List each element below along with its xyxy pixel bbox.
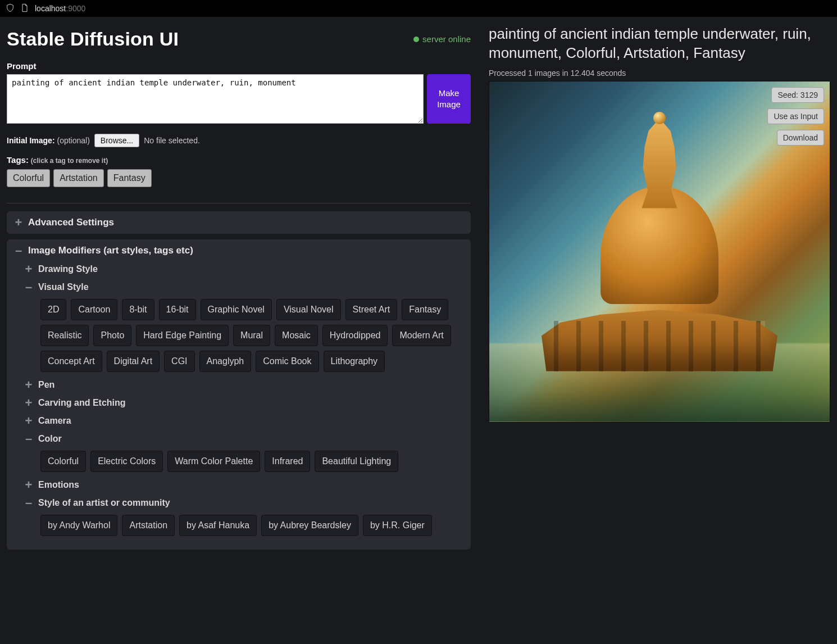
modifier-tag[interactable]: 16-bit — [159, 299, 196, 320]
minus-icon — [24, 498, 34, 508]
modifier-tag[interactable]: Lithography — [324, 351, 385, 372]
modifier-tag[interactable]: Hydrodipped — [322, 325, 388, 346]
modifier-tag[interactable]: by Asaf Hanuka — [179, 515, 257, 536]
modifier-category-toggle[interactable]: Camera — [24, 416, 464, 426]
download-button[interactable]: Download — [777, 130, 824, 146]
modifier-tag[interactable]: by H.R. Giger — [363, 515, 432, 536]
selected-tag[interactable]: Fantasy — [107, 169, 152, 187]
plus-icon — [24, 264, 34, 274]
modifier-tag[interactable]: Artstation — [122, 515, 175, 536]
plus-icon — [13, 217, 24, 228]
modifier-category-toggle[interactable]: Color — [24, 434, 464, 444]
plus-icon — [24, 480, 34, 490]
modifier-tag[interactable]: Infrared — [265, 451, 310, 472]
plus-icon — [24, 398, 34, 408]
modifier-tag[interactable]: Digital Art — [107, 351, 160, 372]
modifier-category-toggle[interactable]: Emotions — [24, 480, 464, 490]
tags-hint: (click a tag to remove it) — [31, 157, 108, 165]
modifier-tag[interactable]: Photo — [93, 325, 131, 346]
advanced-settings-toggle[interactable]: Advanced Settings — [13, 217, 464, 228]
image-modifiers-toggle[interactable]: Image Modifiers (art styles, tags etc) — [13, 245, 464, 256]
modifier-tag[interactable]: Colorful — [40, 451, 86, 472]
modifier-tag[interactable]: Cartoon — [71, 299, 117, 320]
modifier-tag[interactable]: Street Art — [345, 299, 398, 320]
modifier-category-title: Style of an artist or community — [38, 498, 170, 508]
modifier-category-title: Carving and Etching — [38, 398, 126, 408]
result-meta: Processed 1 images in 12.404 seconds — [489, 69, 830, 78]
advanced-settings-panel: Advanced Settings — [7, 211, 471, 234]
modifier-tag[interactable]: Mosaic — [275, 325, 318, 346]
modifier-category-title: Emotions — [38, 480, 79, 490]
selected-tag[interactable]: Colorful — [7, 169, 50, 187]
minus-icon — [13, 246, 24, 256]
modifier-tag[interactable]: Modern Art — [392, 325, 451, 346]
initial-image-label: Initial Image: (optional) — [7, 136, 90, 145]
plus-icon — [24, 380, 34, 390]
browse-button[interactable]: Browse... — [94, 134, 139, 147]
make-image-button[interactable]: Make Image — [427, 74, 471, 124]
modifier-tag[interactable]: Electric Colors — [90, 451, 163, 472]
minus-icon — [24, 434, 34, 444]
shield-icon — [6, 3, 15, 14]
modifier-tag[interactable]: Visual Novel — [276, 299, 341, 320]
server-status: server online — [413, 34, 471, 44]
prompt-input[interactable]: painting of ancient indian temple underw… — [7, 74, 424, 124]
modifier-tag[interactable]: 8-bit — [122, 299, 154, 320]
modifier-category-title: Visual Style — [38, 282, 89, 292]
modifier-category-title: Drawing Style — [38, 264, 98, 274]
browser-address-bar: localhost:9000 — [0, 0, 837, 17]
minus-icon — [24, 282, 34, 292]
image-modifiers-panel: Image Modifiers (art styles, tags etc) D… — [7, 239, 471, 550]
modifier-category-title: Camera — [38, 416, 71, 426]
page-title: Stable Diffusion UI — [7, 28, 179, 50]
modifier-category-title: Pen — [38, 380, 54, 390]
file-status: No file selected. — [144, 136, 200, 145]
seed-label: Seed: 3129 — [771, 87, 824, 103]
generated-image-illustration — [542, 203, 777, 371]
modifier-tag[interactable]: Comic Book — [256, 351, 319, 372]
plus-icon — [24, 416, 34, 426]
modifier-tag[interactable]: Anaglyph — [199, 351, 252, 372]
modifier-category-toggle[interactable]: Visual Style — [24, 282, 464, 292]
modifier-tag[interactable]: by Aubrey Beardsley — [261, 515, 358, 536]
use-as-input-button[interactable]: Use as Input — [767, 108, 824, 124]
result-title: painting of ancient indian temple underw… — [489, 25, 830, 63]
modifier-category-toggle[interactable]: Style of an artist or community — [24, 498, 464, 508]
tags-label: Tags: — [7, 155, 29, 165]
modifier-tag[interactable]: Concept Art — [40, 351, 102, 372]
selected-tag[interactable]: Artstation — [53, 169, 104, 187]
modifier-tag[interactable]: Warm Color Palette — [167, 451, 260, 472]
result-image: Seed: 3129 Use as Input Download — [489, 81, 830, 423]
modifier-tag[interactable]: Fantasy — [402, 299, 448, 320]
modifier-category-toggle[interactable]: Carving and Etching — [24, 398, 464, 408]
status-dot-icon — [413, 37, 419, 42]
modifier-tag[interactable]: 2D — [40, 299, 66, 320]
prompt-label: Prompt — [7, 61, 471, 71]
modifier-tag[interactable]: Realistic — [40, 325, 89, 346]
url-text[interactable]: localhost:9000 — [35, 4, 85, 13]
modifier-tag[interactable]: by Andy Warhol — [40, 515, 117, 536]
divider — [7, 203, 471, 203]
page-icon — [20, 3, 29, 14]
modifier-category-title: Color — [38, 434, 62, 444]
modifier-tag[interactable]: Hard Edge Painting — [136, 325, 229, 346]
modifier-tag[interactable]: Mural — [233, 325, 270, 346]
modifier-tag[interactable]: CGI — [164, 351, 194, 372]
modifier-category-toggle[interactable]: Pen — [24, 380, 464, 390]
modifier-tag[interactable]: Beautiful Lighting — [315, 451, 398, 472]
modifier-tag[interactable]: Graphic Novel — [201, 299, 272, 320]
modifier-category-toggle[interactable]: Drawing Style — [24, 264, 464, 274]
